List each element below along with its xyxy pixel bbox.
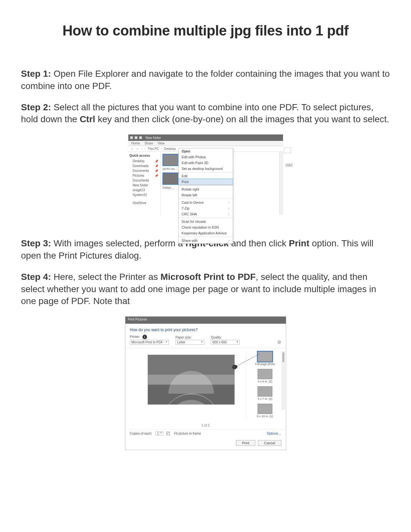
preview-image	[148, 355, 235, 405]
nav-onedrive[interactable]: OneDrive	[130, 201, 159, 205]
search-input[interactable]	[284, 147, 291, 153]
fwd-icon[interactable]: →	[136, 147, 139, 151]
ctx-cast[interactable]: Cast to Device›	[179, 200, 233, 205]
explorer-window-title: New folder	[146, 136, 161, 140]
step-4-label: Step 4:	[21, 272, 51, 282]
layout-4x6[interactable]: 4 x 6 in. (2)	[249, 369, 281, 383]
gear-icon[interactable]: ⚙	[277, 340, 281, 345]
cancel-button[interactable]: Cancel	[258, 440, 281, 446]
ctx-edit[interactable]: Edit	[179, 173, 233, 179]
nav-newfolder[interactable]: New folder	[130, 183, 159, 188]
chevron-right-icon: ›	[228, 212, 229, 216]
paper-select[interactable]: Letter	[175, 340, 204, 345]
step-4-text-a: Here, select the Printer as	[51, 272, 160, 282]
ctx-kav[interactable]: Kaspersky Application Advisor	[179, 230, 233, 236]
ctx-ksn[interactable]: Check reputation in KSN	[179, 224, 233, 230]
pin-icon: 📌	[155, 164, 158, 168]
ctx-crc[interactable]: CRC SHA›	[179, 211, 233, 217]
ribbon-share[interactable]: Share	[144, 142, 153, 145]
page-counter: 1 of 2	[125, 423, 286, 429]
step-3-text-a: With images selected, perform a	[51, 238, 185, 248]
chevron-right-icon: ›	[228, 201, 229, 204]
step-4: Step 4: Here, select the Printer as Micr…	[21, 271, 390, 307]
ctx-rotate-right[interactable]: Rotate right	[179, 186, 233, 192]
explorer-ribbon: Home Share View	[128, 141, 283, 146]
step-2: Step 2: Select all the pictures that you…	[21, 101, 390, 126]
window-icon	[135, 136, 137, 139]
context-menu: Open Edit with Photos Edit with Paint 3D…	[178, 148, 233, 244]
step-2-label: Step 2:	[21, 102, 51, 112]
layout-full[interactable]: Full page photo	[249, 351, 281, 366]
print-prompt: How do you want to print your pictures?	[125, 324, 286, 335]
window-icon	[139, 136, 142, 139]
nav-quick-access[interactable]: Quick access	[130, 154, 159, 157]
step-3-label: Step 3:	[21, 238, 51, 248]
printer-select[interactable]: Microsoft Print to PDF	[130, 340, 169, 345]
ctx-open[interactable]: Open	[179, 148, 233, 154]
ctx-print[interactable]: Print	[179, 179, 233, 185]
chevron-right-icon: ›	[228, 207, 229, 210]
step-1-text: Open File Explorer and navigate to the f…	[21, 69, 390, 91]
options-link[interactable]: Options…	[267, 432, 281, 435]
quality-select[interactable]: 600 x 600	[211, 340, 240, 345]
explorer-nav: Quick access Desktop📌 Downloads📌 Documen…	[128, 152, 161, 215]
pin-icon: 📌	[155, 160, 158, 163]
pin-icon: 📌	[155, 169, 158, 172]
nav-documents[interactable]: Documents📌	[130, 168, 159, 173]
copies-label: Copies of each:	[130, 432, 152, 435]
nav-pictures[interactable]: Pictures📌	[130, 173, 159, 178]
scrollbar[interactable]	[279, 152, 283, 215]
back-icon[interactable]: ←	[131, 147, 134, 151]
layout-scrollbar[interactable]	[282, 351, 285, 409]
pin-icon: 📌	[155, 174, 158, 177]
paper-label: Paper size:	[175, 336, 204, 339]
up-icon[interactable]: ↑	[141, 147, 143, 151]
nav-documents2[interactable]: Documents	[130, 178, 159, 183]
ctx-share[interactable]: Share with›	[179, 238, 233, 243]
callout-1: 1	[142, 335, 147, 339]
ctx-edit-photos[interactable]: Edit with Photos	[179, 154, 233, 160]
crumb-desktop[interactable]: Desktop	[164, 147, 176, 151]
step-2-ctrl: Ctrl	[80, 114, 95, 124]
print-button[interactable]: Print	[236, 440, 256, 446]
nav-system32[interactable]: System32	[130, 192, 159, 197]
nav-downloads[interactable]: Downloads📌	[130, 163, 159, 168]
quality-field: Quality: 600 x 600	[211, 336, 240, 345]
ribbon-home[interactable]: Home	[132, 142, 140, 145]
step-3-text-b: and then click	[229, 238, 289, 248]
step-1: Step 1: Open File Explorer and navigate …	[21, 68, 390, 92]
step-1-label: Step 1:	[21, 69, 51, 79]
ribbon-view[interactable]: View	[158, 142, 165, 145]
stray-text: 1552	[285, 163, 292, 167]
explorer-titlebar: New folder	[128, 134, 283, 141]
crumb-thispc[interactable]: This PC	[148, 147, 159, 151]
ctx-scan[interactable]: Scan for viruses	[179, 219, 233, 224]
print-dialog-screenshot: Print Pictures How do you want to print …	[125, 316, 286, 450]
ctx-rotate-left[interactable]: Rotate left	[179, 192, 233, 198]
print-preview	[140, 351, 243, 421]
layout-8x10[interactable]: 8 x 10 in. (1)	[249, 404, 281, 418]
ctx-7zip[interactable]: 7-Zip›	[179, 205, 233, 211]
layout-5x7[interactable]: 5 x 7 in. (2)	[249, 386, 281, 400]
nav-desktop[interactable]: Desktop📌	[130, 159, 159, 163]
ctx-set-bg[interactable]: Set as desktop background	[179, 166, 233, 172]
explorer-screenshot: New folder Home Share View ← → ↑ › This …	[128, 134, 283, 215]
step-4-msprint: Microsoft Print to PDF	[161, 272, 256, 282]
printer-field: Printer: 1 Microsoft Print to PDF	[130, 335, 169, 345]
print-titlebar: Print Pictures	[125, 317, 286, 324]
ctx-edit-paint3d[interactable]: Edit with Paint 3D	[179, 160, 233, 166]
fit-label: Fit picture to frame	[174, 432, 201, 435]
fit-checkbox[interactable]	[166, 432, 170, 435]
window-icon	[130, 136, 133, 139]
nav-snagit[interactable]: snagit13	[130, 188, 159, 192]
copies-stepper[interactable]: 1	[155, 431, 163, 436]
image-thumb-2[interactable]	[162, 172, 179, 185]
printer-label: Printer:	[130, 335, 140, 339]
quality-label: Quality:	[211, 336, 240, 339]
paper-field: Paper size: Letter	[175, 336, 204, 345]
chevron-right-icon: ›	[228, 239, 229, 242]
step-2-text-b: key and then click (one-by-one) on all t…	[95, 114, 389, 124]
layout-panel: Full page photo 4 x 6 in. (2) 5 x 7 in. …	[246, 351, 281, 421]
step-3-print: Print	[289, 238, 309, 248]
image-thumb-1[interactable]	[162, 154, 179, 166]
